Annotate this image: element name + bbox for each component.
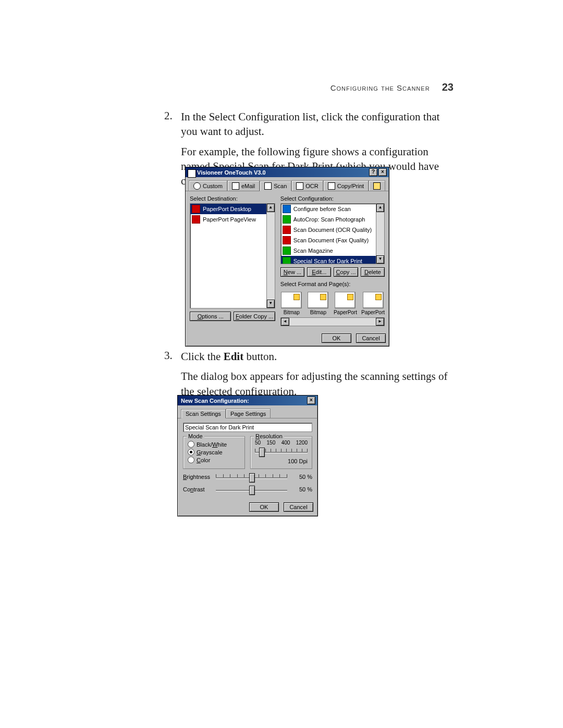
- delete-button[interactable]: Delete: [361, 267, 385, 277]
- tab-strip: Scan Settings Page Settings: [178, 405, 317, 418]
- cfg-scan-magazine[interactable]: Scan Magazine: [281, 245, 384, 256]
- copy-button[interactable]: Copy ...: [334, 267, 358, 277]
- radio-icon: [188, 456, 194, 463]
- help-button[interactable]: ?: [369, 168, 377, 176]
- folder-icon: [373, 182, 381, 190]
- close-button[interactable]: ×: [378, 168, 387, 176]
- ok-button[interactable]: OK: [322, 334, 351, 343]
- config-icon: [283, 226, 291, 234]
- destination-list[interactable]: PaperPort Desktop PaperPort PageView ▲ ▼: [190, 203, 275, 309]
- circle-icon: [193, 182, 201, 190]
- scroll-down-icon[interactable]: ▼: [376, 255, 384, 264]
- titlebar[interactable]: New Scan Configuration: ×: [178, 396, 317, 405]
- configuration-list[interactable]: Configure before Scan AutoCrop: Scan Pho…: [280, 203, 385, 264]
- cfg-fax-quality[interactable]: Scan Document (Fax Quality): [281, 235, 384, 245]
- cfg-special-dark-print[interactable]: Special Scan for Dark Print: [281, 256, 384, 264]
- mode-group: Mode Black/White Grayscale Color: [183, 436, 245, 469]
- scroll-up-icon[interactable]: ▲: [376, 204, 384, 212]
- contrast-row: Contrast 50 %: [183, 485, 312, 494]
- cancel-button[interactable]: Cancel: [356, 334, 386, 343]
- scroll-right-icon[interactable]: ►: [376, 318, 384, 326]
- close-button[interactable]: ×: [307, 397, 315, 404]
- step3-p1: Click the Edit button.: [181, 349, 459, 364]
- tab-copyprint[interactable]: Copy/Print: [323, 180, 369, 191]
- new-button[interactable]: New ...: [280, 267, 304, 277]
- format-bitmap-1[interactable]: Bitmap: [280, 292, 303, 315]
- scrollbar[interactable]: ▲ ▼: [266, 204, 275, 308]
- format-scrollbar[interactable]: ◄ ►: [280, 317, 385, 326]
- scrollbar[interactable]: ▲ ▼: [376, 204, 384, 264]
- bitmap-icon: [281, 292, 302, 309]
- config-icon: [283, 205, 291, 213]
- scroll-left-icon[interactable]: ◄: [281, 318, 289, 326]
- tab-custom[interactable]: Custom: [189, 180, 227, 191]
- contrast-value: 50 %: [291, 486, 312, 492]
- select-configuration-label: Select Configuration:: [280, 195, 385, 202]
- slider-thumb[interactable]: [249, 473, 255, 483]
- paperport-multi-icon: [363, 292, 384, 309]
- cfg-configure-before-scan[interactable]: Configure before Scan: [281, 204, 384, 214]
- select-format-label: Select Format and Page(s):: [280, 281, 385, 287]
- format-paperport-1[interactable]: PaperPort: [334, 292, 357, 315]
- onetouch-dialog: Visioneer OneTouch V3.0 ? × Custom eMail…: [185, 167, 389, 347]
- radio-bw[interactable]: Black/White: [188, 441, 240, 448]
- scroll-up-icon[interactable]: ▲: [267, 204, 275, 212]
- config-icon: [283, 246, 291, 255]
- resolution-value: 100 Dpi: [255, 458, 308, 464]
- resolution-scale: 50 150 400 1200: [255, 440, 308, 446]
- page-number: 23: [442, 81, 454, 93]
- titlebar[interactable]: Visioneer OneTouch V3.0 ? ×: [186, 167, 389, 177]
- config-icon: [283, 215, 291, 224]
- scroll-down-icon[interactable]: ▼: [267, 300, 275, 308]
- cfg-ocr-quality[interactable]: Scan Document (OCR Quality): [281, 225, 384, 235]
- tab-scan-settings[interactable]: Scan Settings: [181, 409, 226, 418]
- cfg-autocrop[interactable]: AutoCrop: Scan Photograph: [281, 214, 384, 225]
- format-row: Bitmap Bitmap PaperPort PaperPort: [280, 292, 385, 315]
- new-scan-config-dialog: New Scan Configuration: × Scan Settings …: [177, 395, 318, 516]
- slider-thumb[interactable]: [249, 486, 255, 495]
- dialog-footer: OK Cancel: [178, 498, 317, 516]
- brightness-value: 50 %: [291, 474, 312, 480]
- select-destination-label: Select Destination:: [190, 195, 275, 202]
- ok-button[interactable]: OK: [249, 502, 279, 512]
- dest-paperport-desktop[interactable]: PaperPort Desktop: [190, 204, 275, 214]
- radio-color[interactable]: Color: [188, 456, 240, 463]
- contrast-slider[interactable]: [216, 485, 287, 494]
- step3-p2: The dialog box appears for adjusting the…: [181, 369, 459, 399]
- slider-thumb[interactable]: [259, 448, 265, 457]
- config-name-input[interactable]: [183, 423, 312, 432]
- section-title: Configuring the Scanner: [331, 83, 430, 92]
- ocr-icon: [296, 182, 303, 190]
- tab-ocr[interactable]: OCR: [291, 180, 323, 191]
- mode-label: Mode: [187, 433, 204, 439]
- dialog-footer: OK Cancel: [186, 330, 389, 346]
- app-icon: [188, 169, 196, 178]
- step2-p1: In the Select Configuration list, click …: [181, 109, 459, 139]
- paperport-icon: [192, 215, 200, 224]
- window-title: Visioneer OneTouch V3.0: [188, 169, 368, 176]
- tab-page-settings[interactable]: Page Settings: [226, 409, 271, 418]
- format-bitmap-2[interactable]: Bitmap: [307, 292, 329, 315]
- edit-button[interactable]: Edit...: [307, 267, 331, 277]
- radio-grayscale[interactable]: Grayscale: [188, 449, 240, 455]
- window-title: New Scan Configuration:: [180, 398, 306, 404]
- resolution-slider[interactable]: [255, 447, 308, 456]
- dest-paperport-pageview[interactable]: PaperPort PageView: [190, 214, 275, 225]
- options-button[interactable]: Options ...: [190, 312, 231, 321]
- config-icon: [283, 236, 291, 244]
- brightness-slider[interactable]: [216, 472, 287, 482]
- radio-icon: [188, 449, 194, 455]
- tab-folder[interactable]: [369, 180, 385, 191]
- tab-scan[interactable]: Scan: [260, 181, 291, 191]
- resolution-group: Resolution 50 150 400 1200 100 Dpi: [250, 436, 312, 469]
- config-icon: [283, 257, 291, 264]
- folder-copy-button[interactable]: Folder Copy ...: [234, 312, 275, 321]
- format-paperport-2[interactable]: PaperPort: [361, 292, 385, 315]
- cancel-button[interactable]: Cancel: [284, 502, 313, 512]
- bitmap-multi-icon: [308, 292, 328, 309]
- paperport-icon: [192, 205, 200, 213]
- tab-email[interactable]: eMail: [227, 180, 260, 191]
- resolution-label: Resolution: [254, 433, 284, 439]
- mail-icon: [232, 182, 239, 190]
- paperport-fmt-icon: [335, 292, 356, 309]
